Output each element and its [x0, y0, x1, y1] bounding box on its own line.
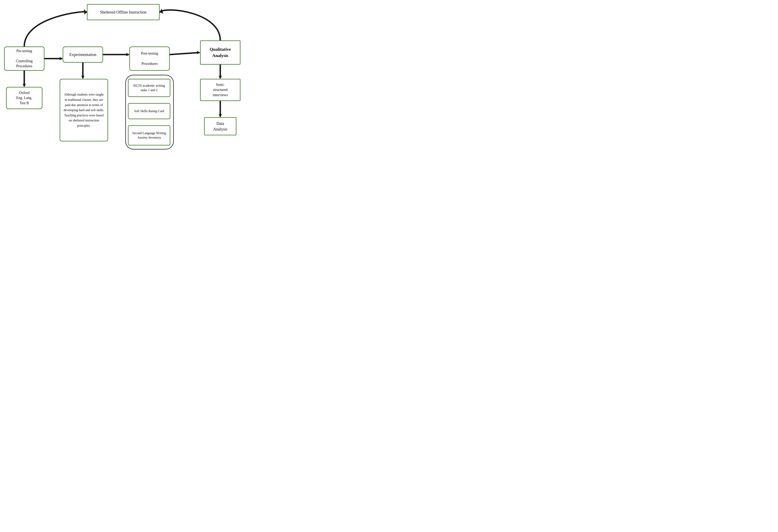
longtext-box: Although students were taught in traditi… [60, 79, 108, 141]
posttesting-box: Post-testingProcedures [129, 47, 170, 71]
pretesting-label: Pre-testingControlling Procedures [7, 49, 41, 69]
oxford-label: OxfordEng. Lang.Test B [16, 90, 32, 106]
dataanalysis-label: DataAnalysis [213, 121, 227, 132]
svg-line-10 [170, 53, 200, 55]
secondlang-box: Second Language Writing Anxiety Inventor… [128, 125, 170, 146]
svg-marker-3 [60, 57, 63, 60]
svg-marker-5 [23, 84, 26, 87]
ielts-box: IELTS academic writing tasks 1 and 2 [128, 79, 170, 97]
sheltered-offline-instruction-box: Sheltered Offline Instruction [87, 4, 160, 20]
semi-structured-box: Semi-structuredinterviews [200, 79, 240, 101]
svg-marker-9 [126, 53, 129, 56]
experimentation-box: Experimentation [63, 47, 103, 63]
diagram-container: Sheltered Offline Instruction Pre-testin… [0, 0, 283, 182]
svg-marker-13 [219, 76, 222, 79]
posttesting-label: Post-testingProcedures [141, 51, 158, 66]
qualitative-analysis-box: Qualitative Analysis [200, 41, 240, 65]
semi-label: Semi-structuredinterviews [213, 82, 228, 97]
svg-marker-11 [197, 51, 200, 54]
svg-marker-0 [84, 9, 87, 14]
svg-marker-1 [160, 9, 163, 14]
pretesting-box: Pre-testingControlling Procedures [4, 47, 45, 71]
softskills-box: Soft Skills Rating Card [128, 103, 170, 119]
svg-marker-15 [219, 114, 222, 117]
data-analysis-box: DataAnalysis [204, 117, 236, 135]
oxford-box: OxfordEng. Lang.Test B [6, 87, 43, 109]
svg-marker-7 [81, 76, 84, 79]
